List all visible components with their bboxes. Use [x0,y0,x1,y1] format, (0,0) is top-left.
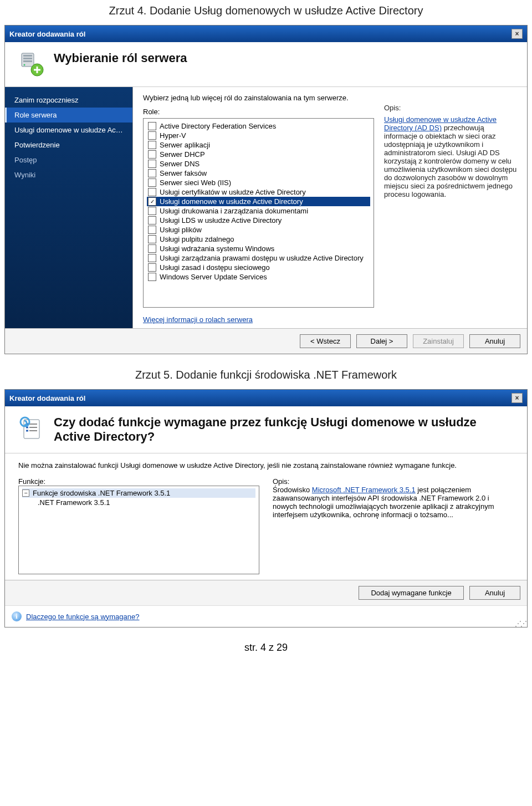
checkbox-icon[interactable] [148,178,156,187]
feature-parent-label: Funkcje środowiska .NET Framework 3.5.1 [33,489,170,497]
dialog-description: Nie można zainstalować funkcji Usługi do… [18,461,514,470]
checkbox-icon[interactable] [148,141,156,149]
role-row[interactable]: Usługi zasad i dostępu sieciowego [147,263,370,272]
roles-label: Role: [143,108,374,116]
dialog-button-bar: Dodaj wymagane funkcje Anuluj [5,580,527,605]
wizard-button-bar: < Wstecz Dalej > Zainstaluj Anuluj [5,328,527,354]
window-title: Kreator dodawania ról [9,394,85,402]
sidebar-item[interactable]: Usługi domenowe w usłudze Acti... [5,123,132,137]
checkbox-icon[interactable]: ✓ [148,197,156,206]
role-row[interactable]: Serwer DHCP [147,150,370,159]
svg-rect-1 [23,55,32,57]
svg-point-4 [24,64,25,66]
checkbox-icon[interactable] [148,188,156,196]
role-label: Usługi pulpitu zdalnego [160,235,234,243]
checkbox-icon[interactable] [148,235,156,243]
titlebar[interactable]: Kreator dodawania ról × [5,25,527,42]
role-row[interactable]: Usługi LDS w usłudze Active Directory [147,216,370,225]
feature-node-parent[interactable]: − Funkcje środowiska .NET Framework 3.5.… [22,488,255,498]
resize-grip[interactable]: ⋰⋰ [515,621,526,626]
checkbox-icon[interactable] [148,273,156,281]
close-icon[interactable]: × [511,29,523,39]
role-label: Usługi wdrażania systemu Windows [160,244,274,253]
role-row[interactable]: Usługi wdrażania systemu Windows [147,244,370,253]
role-label: Usługi LDS w usłudze Active Directory [160,216,282,225]
feature-node-child[interactable]: .NET Framework 3.5.1 [22,498,255,507]
collapse-icon[interactable]: − [22,489,29,497]
figure-caption-1: Zrzut 4. Dodanie Usług domenowych w usłu… [0,4,532,17]
role-row[interactable]: Usługi plików [147,225,370,234]
role-label: Usługi certyfikatów w usłudze Active Dir… [160,188,306,196]
required-features-dialog: Kreator dodawania ról × Czy dodać funkcj… [4,389,528,628]
sidebar-item[interactable]: Potwierdzenie [5,137,132,152]
checkbox-icon[interactable] [148,169,156,177]
more-info-link[interactable]: Więcej informacji o rolach serwera [143,315,374,324]
checkbox-icon[interactable] [148,131,156,140]
checkbox-icon[interactable] [148,150,156,159]
feature-child-label: .NET Framework 3.5.1 [38,498,110,507]
checkbox-icon[interactable] [148,254,156,262]
role-row[interactable]: Usługi zarządzania prawami dostępu w usł… [147,253,370,263]
role-row[interactable]: Active Directory Federation Services [147,121,370,131]
features-required-icon [18,415,45,442]
role-row[interactable]: Serwer faksów [147,169,370,178]
svg-rect-2 [23,58,32,59]
netfx-link[interactable]: Microsoft .NET Framework 3.5.1 [312,486,416,494]
role-row[interactable]: Serwer aplikacji [147,140,370,150]
checkbox-icon[interactable] [148,244,156,253]
window-title: Kreator dodawania ról [9,30,85,38]
server-role-icon [18,51,45,78]
checkbox-icon[interactable] [148,226,156,234]
role-row[interactable]: Usługi drukowania i zarządzania dokument… [147,206,370,216]
role-label: Usługi zarządzania prawami dostępu w usł… [160,254,364,262]
role-label: Hyper-V [160,131,186,140]
sidebar-item[interactable]: Role serwera [5,108,132,123]
role-row[interactable]: Windows Server Update Services [147,272,370,282]
install-button: Zainstaluj [413,334,464,348]
role-row[interactable]: Usługi certyfikatów w usłudze Active Dir… [147,187,370,197]
role-label: Serwer sieci Web (IIS) [160,178,231,187]
why-required-link[interactable]: Dlaczego te funkcje są wymagane? [26,613,140,621]
role-label: Serwer DNS [160,160,200,168]
wizard-window-roles: Kreator dodawania ról × Wybieranie ról s… [4,25,528,354]
instruction-text: Wybierz jedną lub więcej ról do zainstal… [143,94,374,102]
role-label: Usługi plików [160,226,202,234]
titlebar[interactable]: Kreator dodawania ról × [5,390,527,406]
role-row[interactable]: Usługi pulpitu zdalnego [147,234,370,244]
role-label: Windows Server Update Services [160,273,267,281]
cancel-button[interactable]: Anuluj [469,586,520,600]
sidebar-item[interactable]: Wyniki [5,167,132,182]
figure-caption-2: Zrzut 5. Dodanie funkcji środowiska .NET… [0,369,532,381]
footer-bar: i Dlaczego te funkcje są wymagane? ⋰⋰ [5,605,527,627]
role-row[interactable]: Serwer sieci Web (IIS) [147,178,370,187]
role-row[interactable]: Serwer DNS [147,159,370,169]
cancel-button[interactable]: Anuluj [469,334,520,348]
sidebar-item[interactable]: Postęp [5,152,132,167]
role-row[interactable]: ✓Usługi domenowe w usłudze Active Direct… [147,197,370,206]
page-heading: Wybieranie ról serwera [54,51,187,65]
checkbox-icon[interactable] [148,207,156,215]
checkbox-icon[interactable] [148,160,156,168]
sidebar-item[interactable]: Zanim rozpoczniesz [5,93,132,108]
next-button[interactable]: Dalej > [356,334,407,348]
checkbox-icon[interactable] [148,263,156,272]
features-label: Funkcje: [18,477,259,486]
description-label: Opis: [384,104,517,112]
checkbox-icon[interactable] [148,122,156,130]
role-label: Usługi domenowe w usłudze Active Directo… [160,197,303,206]
close-icon[interactable]: × [511,393,523,403]
back-button[interactable]: < Wstecz [300,334,351,348]
role-label: Serwer DHCP [160,150,205,159]
info-icon: i [12,611,22,621]
role-row[interactable]: Hyper-V [147,131,370,140]
page-footer: str. 4 z 29 [0,642,532,654]
svg-rect-3 [23,60,32,62]
header-band: Czy dodać funkcje wymagane przez funkcję… [5,406,527,453]
role-description: Usługi domenowe w usłudze Active Directo… [384,115,517,198]
wizard-sidebar: Zanim rozpocznieszRole serweraUsługi dom… [5,87,133,328]
roles-listbox[interactable]: Active Directory Federation ServicesHype… [143,118,374,308]
add-required-button[interactable]: Dodaj wymagane funkcje [359,586,464,600]
features-treeview[interactable]: − Funkcje środowiska .NET Framework 3.5.… [18,486,259,574]
checkbox-icon[interactable] [148,216,156,225]
role-label: Usługi drukowania i zarządzania dokument… [160,207,308,215]
